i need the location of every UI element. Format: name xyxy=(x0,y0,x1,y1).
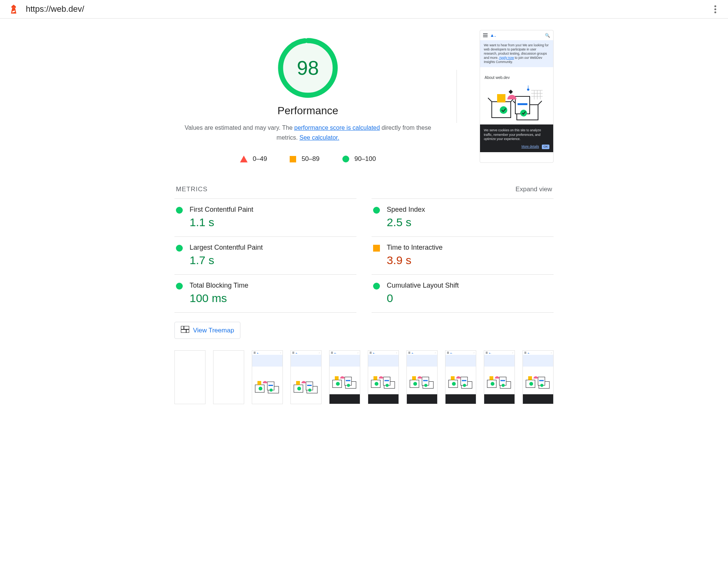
treemap-icon xyxy=(181,326,189,335)
svg-point-47 xyxy=(413,382,417,386)
filmstrip-frame: ▲.⌕ xyxy=(522,350,554,404)
svg-rect-64 xyxy=(500,380,505,381)
svg-rect-22 xyxy=(268,385,273,386)
svg-rect-0 xyxy=(12,8,15,9)
filmstrip-frame xyxy=(174,350,206,404)
hamburger-icon xyxy=(483,33,488,37)
svg-rect-36 xyxy=(346,380,350,381)
metric-label: Speed Index xyxy=(387,206,552,214)
metric-row: Speed Index 2.5 s xyxy=(372,198,554,236)
metric-status-icon xyxy=(176,207,183,214)
svg-point-30 xyxy=(308,389,311,392)
svg-rect-9 xyxy=(518,103,527,105)
svg-rect-43 xyxy=(384,380,389,381)
metric-status-icon xyxy=(373,283,380,290)
svg-point-19 xyxy=(259,387,262,390)
expand-view-button[interactable]: Expand view xyxy=(516,186,552,193)
svg-point-68 xyxy=(529,382,533,386)
metric-row: Time to Interactive 3.9 s xyxy=(372,236,554,274)
metrics-heading: METRICS xyxy=(176,186,208,193)
svg-rect-18 xyxy=(257,381,261,385)
metric-value: 0 xyxy=(387,292,552,305)
svg-point-72 xyxy=(540,384,543,387)
preview-banner: We want to hear from you! We are looking… xyxy=(480,40,553,67)
metric-value: 1.7 s xyxy=(190,254,355,267)
page-url: https://web.dev/ xyxy=(26,4,711,14)
topbar: https://web.dev/ xyxy=(0,0,728,19)
metric-label: Largest Contentful Paint xyxy=(190,244,355,252)
svg-point-54 xyxy=(452,382,456,386)
site-logo-icon: ▲. xyxy=(490,33,545,38)
svg-point-44 xyxy=(386,384,389,387)
metric-value: 1.1 s xyxy=(190,216,355,229)
average-icon xyxy=(290,156,296,162)
metric-value: 2.5 s xyxy=(387,216,552,229)
metric-row: Total Blocking Time 100 ms xyxy=(174,274,356,313)
score-calc-link[interactable]: performance score is calculated xyxy=(294,124,380,131)
svg-rect-67 xyxy=(528,376,532,380)
score-gauge: 98 xyxy=(278,38,338,98)
svg-point-40 xyxy=(375,382,378,386)
svg-rect-25 xyxy=(296,381,300,385)
filmstrip-frame: ▲.⌕ xyxy=(368,350,399,404)
lighthouse-icon xyxy=(8,4,19,14)
more-menu-button[interactable] xyxy=(711,5,720,14)
preview-about: About web.dev xyxy=(480,67,553,83)
svg-point-23 xyxy=(270,389,273,392)
svg-point-6 xyxy=(500,106,507,114)
score-legend: 0–49 50–89 90–100 xyxy=(174,155,441,163)
pass-icon xyxy=(342,156,349,162)
svg-rect-60 xyxy=(490,376,493,380)
svg-rect-71 xyxy=(539,380,544,381)
score-value: 98 xyxy=(278,38,338,98)
svg-point-58 xyxy=(463,384,466,387)
svg-rect-29 xyxy=(307,385,312,386)
svg-rect-46 xyxy=(412,376,416,380)
fail-icon xyxy=(240,156,248,162)
svg-point-33 xyxy=(336,382,340,386)
svg-point-11 xyxy=(527,88,529,91)
metric-row: Largest Contentful Paint 1.7 s xyxy=(174,236,356,274)
preview-cookie-banner: We serve cookies on this site to analyze… xyxy=(480,124,553,152)
metric-label: Total Blocking Time xyxy=(190,282,355,290)
filmstrip-frame: ▲.⌕ xyxy=(329,350,360,404)
filmstrip-frame: ▲.⌕ xyxy=(484,350,515,404)
svg-rect-39 xyxy=(373,376,377,380)
search-icon: 🔍 xyxy=(545,33,550,38)
metric-status-icon xyxy=(373,245,380,252)
view-treemap-button[interactable]: View Treemap xyxy=(174,322,240,339)
preview-illustration xyxy=(480,83,553,124)
svg-rect-5 xyxy=(497,94,505,102)
svg-rect-53 xyxy=(451,376,455,380)
page-screenshot: ▲. 🔍 We want to hear from you! We are lo… xyxy=(480,30,554,163)
score-panel: 98 Performance Values are estimated and … xyxy=(174,30,441,163)
score-description: Values are estimated and may vary. The p… xyxy=(174,123,441,142)
filmstrip-frame: ▲.⌕ xyxy=(406,350,438,404)
svg-rect-57 xyxy=(462,380,466,381)
filmstrip-frame: ▲.⌕ xyxy=(252,350,283,404)
score-title: Performance xyxy=(174,105,441,117)
filmstrip-frame: ▲.⌕ xyxy=(445,350,476,404)
svg-rect-50 xyxy=(423,380,428,381)
filmstrip-frame: ▲.⌕ xyxy=(290,350,322,404)
metric-status-icon xyxy=(373,207,380,214)
metric-status-icon xyxy=(176,245,183,252)
see-calculator-link[interactable]: See calculator. xyxy=(300,134,339,141)
svg-rect-12 xyxy=(508,90,513,94)
svg-point-61 xyxy=(491,382,494,386)
filmstrip-frame xyxy=(213,350,244,404)
svg-point-37 xyxy=(347,384,350,387)
vertical-divider xyxy=(457,70,457,123)
metric-value: 3.9 s xyxy=(387,254,552,267)
metric-row: Cumulative Layout Shift 0 xyxy=(372,274,554,313)
metric-label: Cumulative Layout Shift xyxy=(387,282,552,290)
metric-value: 100 ms xyxy=(190,292,355,305)
filmstrip: ▲.⌕ ▲.⌕ ▲.⌕ ▲.⌕ xyxy=(174,350,554,404)
svg-point-65 xyxy=(502,384,505,387)
svg-point-10 xyxy=(520,110,527,116)
metric-row: First Contentful Paint 1.1 s xyxy=(174,198,356,236)
metric-status-icon xyxy=(176,283,183,290)
metric-label: First Contentful Paint xyxy=(190,206,355,214)
metric-label: Time to Interactive xyxy=(387,244,552,252)
svg-point-51 xyxy=(424,384,427,387)
